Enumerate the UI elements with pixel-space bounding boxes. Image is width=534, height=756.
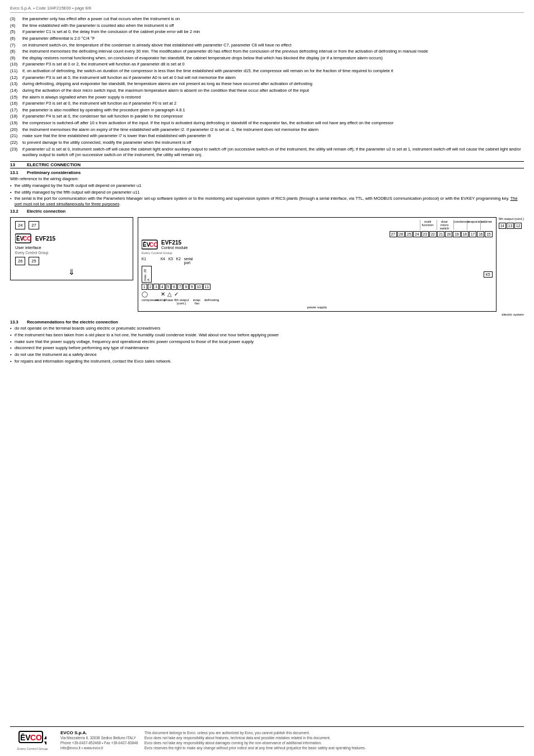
terminal-26: 26: [15, 257, 25, 265]
numbered-list: (3)the parameter only has effect after a…: [10, 16, 524, 158]
list-item-num: (8): [10, 49, 22, 54]
diagram-left: 24 27 ĒV CO EVF215 User interface Every …: [10, 217, 133, 280]
term-8: 8: [183, 284, 189, 290]
footer-company-name: EVCO S.p.A.: [60, 730, 139, 735]
term-11: 11: [203, 284, 210, 290]
term-20-r: 20: [445, 231, 452, 237]
footer-address: Via Mezzaterra 6, 32036 Sedico Belluno I…: [60, 735, 139, 740]
list-item-num: (17): [10, 107, 22, 113]
neutral-symbol: [150, 291, 153, 297]
subsection-13-3-bullet-1: if the instrument has been taken from a …: [10, 332, 524, 338]
svg-text:CO: CO: [149, 242, 158, 248]
term-25-r: 25: [405, 231, 413, 237]
footer-company-block: EVCO S.p.A. Via Mezzaterra 6, 32036 Sedi…: [60, 730, 139, 750]
footer-legal-block: This document belongs to Evco; unless yo…: [144, 730, 524, 750]
top-terminal-row: 27 26 25 24 23 22 21 20 19 18 17 16: [142, 231, 493, 237]
list-item-num: (12): [10, 75, 22, 81]
list-item-num: (22): [10, 140, 22, 145]
list-item-num: (23): [10, 147, 22, 158]
list-item: (23)if parameter u2 is set at 0, instrum…: [10, 147, 524, 158]
serial-label: serialport: [184, 257, 193, 265]
term-2: 2: [148, 284, 153, 290]
right-model-text: EVF215: [161, 240, 188, 246]
list-item-text: the parameter differential is 2.0 °C/4 °…: [22, 36, 524, 41]
electric-system-label: electric system: [138, 313, 524, 316]
bottom-phase: phase: [164, 298, 172, 305]
term-10: 10: [195, 284, 203, 290]
subsection-13-1-bullet-0: the utility managed by the fourth output…: [10, 183, 524, 189]
term-7: 7: [177, 284, 183, 290]
term-12: 12: [514, 223, 522, 229]
footer-legal-line: Evco does not take any responsibility ab…: [144, 735, 524, 740]
right-group-label: Every Control Group: [142, 251, 493, 255]
diagram-right-wrapper: multifunction door micro switch condense…: [138, 217, 524, 316]
list-item: (16)if parameter P3 is set at 0, the ins…: [10, 101, 524, 106]
list-item: (9)the display restores normal functioni…: [10, 55, 524, 61]
term-6: 6: [171, 284, 177, 290]
list-item: (4)the time established with the paramet…: [10, 23, 524, 29]
subsection-13-3-num: 13.3: [10, 320, 27, 325]
bottom-4th-output: 4th output (cont.): [173, 298, 190, 305]
list-item: (15)the alarm is always signalled when t…: [10, 95, 524, 100]
footer-legal-line: This document belongs to Evco; unless yo…: [144, 730, 524, 735]
footer: ĒV CO ▲ ▼ Every Control Group EVCO S.p.A…: [10, 726, 524, 750]
term-15-r: 15: [485, 231, 492, 237]
term-22-r: 22: [429, 231, 437, 237]
list-item-text: the display restores normal functioning …: [22, 55, 524, 61]
list-item-text: if parameter P3 is set at 0, the instrum…: [22, 75, 524, 81]
left-model-text: EVF215: [35, 236, 55, 242]
header-text: Evco S.p.A. • Code 104F215E00 • page 8/8: [10, 6, 91, 11]
bottom-compressor: compressor: [142, 298, 154, 305]
list-item: (14)during the activation of the door mi…: [10, 88, 524, 93]
bottom-symbols: ◯ ✕ △ ✓: [142, 291, 493, 297]
right-ctrl-label: Control module: [161, 246, 188, 250]
label-cabinet: cabinet: [480, 220, 493, 230]
bottom-labels-row: compressor neutral phase 4th output (con…: [142, 298, 493, 305]
left-logo-row: ĒV CO EVF215: [15, 233, 128, 244]
side-terminals: 14 13 12: [499, 223, 524, 229]
subsection-13-3-bullet-3: disconnect the power supply before perfo…: [10, 345, 524, 351]
label-multifunction: multifunction: [420, 220, 435, 230]
left-group-label: Every Control Group: [15, 251, 128, 255]
list-item: (6)the parameter differential is 2.0 °C/…: [10, 36, 524, 41]
list-item: (11)if, on activation of defrosting, the…: [10, 68, 524, 74]
list-item-text: if parameter P3 is set at 0 or 2, the in…: [22, 62, 524, 67]
section-13-title: ELECTRIC CONNECTION: [27, 162, 81, 167]
term-3: 3: [153, 284, 159, 290]
list-item: (8)the instrument memorises the defrosti…: [10, 49, 524, 54]
list-item: (17)the parameter is also modified by op…: [10, 107, 524, 113]
list-item-num: (21): [10, 133, 22, 139]
terminal-25: 25: [29, 257, 39, 265]
list-item-text: if parameter P4 is set at 0, the condens…: [22, 114, 524, 119]
list-item-text: to prevent damage to the utility connect…: [22, 140, 524, 145]
list-item-text: the compressor is switched-off after 10 …: [22, 120, 524, 126]
right-model-block: EVF215 Control module: [161, 240, 188, 250]
list-item-num: (10): [10, 62, 22, 67]
svg-text:CO: CO: [23, 236, 31, 242]
list-item-num: (9): [10, 55, 22, 61]
power-supply-label: power supply: [142, 306, 493, 309]
footer-logo-svg: ĒV CO ▲ ▼: [18, 730, 46, 747]
list-item-num: (11): [10, 68, 22, 74]
list-item-num: (7): [10, 43, 22, 48]
section-13-header: 13 ELECTRIC CONNECTION: [10, 161, 524, 168]
list-item: (19)the compressor is switched-off after…: [10, 120, 524, 126]
term-23-r: 23: [421, 231, 429, 237]
header: Evco S.p.A. • Code 104F215E00 • page 8/8: [10, 6, 524, 13]
left-evco-logo-svg: ĒV CO: [15, 233, 33, 244]
top-labels: multifunction door micro switch condense…: [142, 220, 493, 230]
bottom-defrosting: defrosting: [204, 298, 217, 305]
list-item: (18)if parameter P4 is set at 0, the con…: [10, 114, 524, 119]
k2-label: K2: [176, 257, 181, 265]
term-24-r: 24: [413, 231, 420, 237]
k-labels: K1 K4 K3 K2 serialport: [142, 257, 493, 265]
arrow-symbol: ⇓: [15, 267, 128, 276]
subsection-13-3-bullet-5: for repairs and information regarding th…: [10, 359, 524, 364]
left-bottom-terminals: 26 25: [15, 257, 128, 265]
term-16-r: 16: [477, 231, 484, 237]
list-item-num: (18): [10, 114, 22, 119]
4th-output-symbol: ✕: [161, 291, 165, 297]
term-18-r: 18: [461, 231, 469, 237]
list-item-num: (3): [10, 16, 22, 22]
k4-label: K4: [161, 257, 165, 265]
